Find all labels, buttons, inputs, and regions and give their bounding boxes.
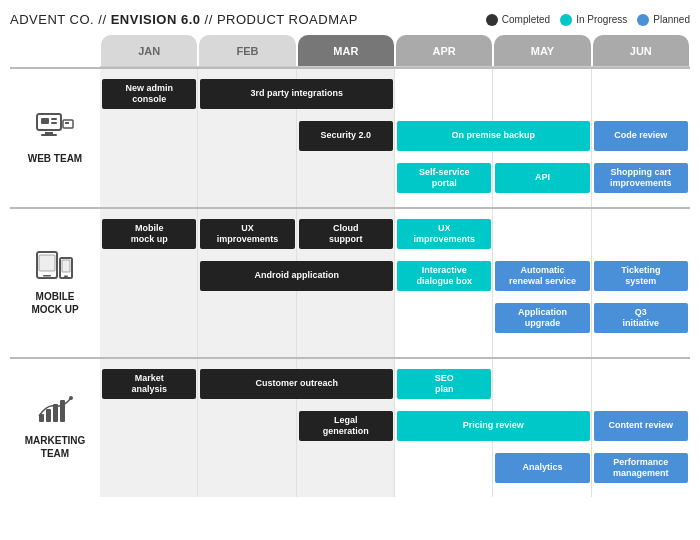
marketing-team-label: MARKETINGTEAM (25, 434, 86, 460)
svg-rect-5 (41, 134, 57, 136)
page-title: ADVENT CO. // ENVISION 6.0 // PRODUCT RO… (10, 12, 358, 27)
month-jun: JUN (593, 35, 689, 66)
legend-inprogress: In Progress (560, 14, 627, 26)
task-bar: Analytics (495, 453, 589, 483)
svg-rect-2 (51, 118, 57, 120)
svg-rect-12 (64, 276, 68, 278)
web-team-label: WEB TEAM (28, 152, 82, 165)
legend: Completed In Progress Planned (486, 14, 690, 26)
roadmap-grid: WEB TEAM MOBILEMOCK UP (10, 35, 690, 520)
task-bar: Self-service portal (397, 163, 491, 193)
inprogress-dot (560, 14, 572, 26)
task-bar: Application upgrade (495, 303, 589, 333)
task-bar: Cloud support (299, 219, 393, 249)
mobile-team-label: MOBILEMOCK UP (31, 290, 78, 316)
svg-rect-9 (43, 275, 51, 277)
mobile-icon (35, 250, 75, 286)
task-bar: UX improvements (397, 219, 491, 249)
task-bar: Market analysis (102, 369, 196, 399)
task-bar: Pricing review (397, 411, 590, 441)
task-bar: Shopping cart improvements (594, 163, 688, 193)
svg-rect-17 (60, 400, 65, 422)
task-bar: Legal generation (299, 411, 393, 441)
task-bar: Ticketing system (594, 261, 688, 291)
task-bar: Security 2.0 (299, 121, 393, 151)
planned-dot (637, 14, 649, 26)
task-bar: 3rd party integrations (200, 79, 393, 109)
svg-point-18 (69, 396, 73, 400)
legend-planned: Planned (637, 14, 690, 26)
task-bar: Q3 initiative (594, 303, 688, 333)
svg-rect-3 (51, 122, 57, 124)
month-mar: MAR (298, 35, 394, 66)
team-mobile: MOBILEMOCK UP (10, 207, 100, 357)
mobile-section-row: Mobile mock upUX improvementsCloud suppo… (100, 207, 690, 357)
task-bar: Interactive dialogue box (397, 261, 491, 291)
team-col: WEB TEAM MOBILEMOCK UP (10, 35, 100, 520)
task-bar: Android application (200, 261, 393, 291)
svg-rect-1 (41, 118, 49, 124)
web-icon (35, 112, 75, 148)
svg-rect-10 (39, 255, 55, 271)
task-bar: Code review (594, 121, 688, 151)
marketing-icon (37, 396, 73, 430)
completed-dot (486, 14, 498, 26)
web-section-row: New admin console3rd party integrationsS… (100, 67, 690, 207)
planned-label: Planned (653, 14, 690, 25)
task-bar: SEO plan (397, 369, 491, 399)
task-bar: UX improvements (200, 219, 294, 249)
web-tasks-overlay: New admin console3rd party integrationsS… (100, 69, 690, 207)
svg-rect-15 (46, 409, 51, 422)
months-row: JAN FEB MAR APR MAY JUN (100, 35, 690, 67)
task-bar: Customer outreach (200, 369, 393, 399)
task-bar: Mobile mock up (102, 219, 196, 249)
inprogress-label: In Progress (576, 14, 627, 25)
month-spacer (10, 35, 100, 67)
svg-rect-7 (65, 122, 69, 124)
task-bar: New admin console (102, 79, 196, 109)
month-may: MAY (494, 35, 590, 66)
task-bar: Performance management (594, 453, 688, 483)
svg-rect-4 (45, 132, 53, 134)
task-bar: API (495, 163, 589, 193)
month-jan: JAN (101, 35, 197, 66)
legend-completed: Completed (486, 14, 550, 26)
month-apr: APR (396, 35, 492, 66)
marketing-section-row: Market analysisCustomer outreachSEO plan… (100, 357, 690, 497)
completed-label: Completed (502, 14, 550, 25)
team-marketing: MARKETINGTEAM (10, 357, 100, 497)
page: ADVENT CO. // ENVISION 6.0 // PRODUCT RO… (0, 0, 700, 540)
marketing-tasks-overlay: Market analysisCustomer outreachSEO plan… (100, 359, 690, 497)
mobile-tasks-overlay: Mobile mock upUX improvementsCloud suppo… (100, 209, 690, 357)
header: ADVENT CO. // ENVISION 6.0 // PRODUCT RO… (10, 12, 690, 27)
content-col: JAN FEB MAR APR MAY JUN New (100, 35, 690, 520)
month-feb: FEB (199, 35, 295, 66)
svg-rect-13 (62, 260, 70, 272)
team-web: WEB TEAM (10, 67, 100, 207)
task-bar: On premise backup (397, 121, 590, 151)
task-bar: Content review (594, 411, 688, 441)
task-bar: Automatic renewal service (495, 261, 589, 291)
